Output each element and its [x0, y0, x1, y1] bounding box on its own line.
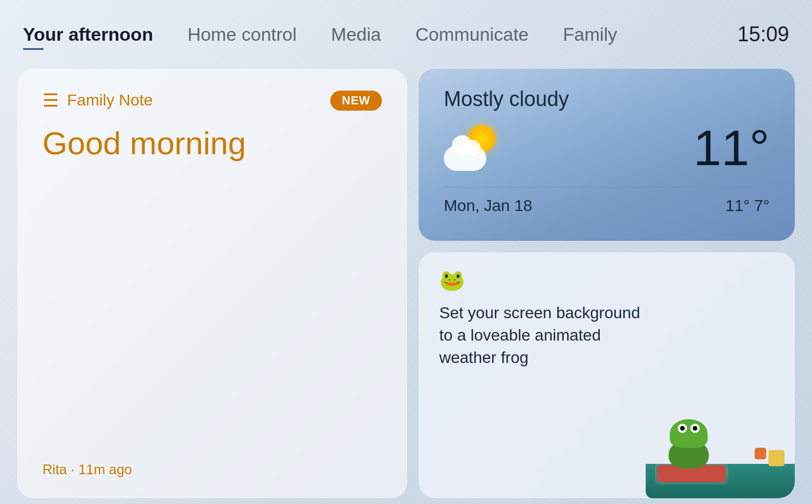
frog-eye-left: [678, 424, 687, 433]
frog-box2: [755, 448, 766, 459]
frog-box: [768, 450, 784, 466]
weather-temperature: 11°: [693, 123, 770, 173]
frog-emoji-top: 🐸: [439, 268, 774, 292]
clock-display: 15:09: [737, 22, 789, 46]
weather-card[interactable]: Mostly cloudy 11° Mon, Jan 18 11° 7°: [419, 69, 795, 241]
promo-text: Set your screen background to a loveable…: [439, 302, 657, 369]
frog-eye-right: [690, 424, 700, 433]
nav-your-afternoon[interactable]: Your afternoon: [23, 24, 153, 45]
new-badge: NEW: [330, 91, 382, 111]
weather-divider: [444, 187, 770, 187]
top-navigation: Your afternoon Home control Media Commun…: [0, 0, 812, 69]
family-note-title: Family Note: [67, 91, 322, 110]
family-note-header: ☰ Family Note NEW: [42, 89, 382, 111]
nav-media[interactable]: Media: [331, 24, 381, 45]
nav-family[interactable]: Family: [563, 24, 617, 45]
note-icon: ☰: [42, 89, 59, 111]
weather-date: Mon, Jan 18: [444, 197, 532, 215]
main-content: ☰ Family Note NEW Good morning Rita · 11…: [0, 69, 812, 498]
weather-range: 11° 7°: [725, 197, 770, 215]
frog-illustration: [634, 395, 795, 498]
weather-condition: Mostly cloudy: [444, 87, 770, 111]
note-message: Good morning: [42, 125, 382, 162]
weather-main: 11°: [444, 123, 770, 173]
note-footer: Rita · 11m ago: [42, 462, 382, 478]
weather-icon: [444, 125, 495, 171]
frog-scene: [646, 401, 795, 498]
weather-forecast-row: Mon, Jan 18 11° 7°: [444, 197, 770, 215]
family-note-card[interactable]: ☰ Family Note NEW Good morning Rita · 11…: [17, 69, 407, 498]
frog-head: [670, 419, 708, 448]
right-panel: Mostly cloudy 11° Mon, Jan 18 11° 7° 🐸 S…: [419, 69, 795, 498]
cloud-icon: [444, 146, 486, 171]
nav-home-control[interactable]: Home control: [188, 24, 296, 45]
promo-card[interactable]: 🐸 Set your screen background to a loveab…: [419, 252, 795, 498]
nav-communicate[interactable]: Communicate: [415, 24, 528, 45]
